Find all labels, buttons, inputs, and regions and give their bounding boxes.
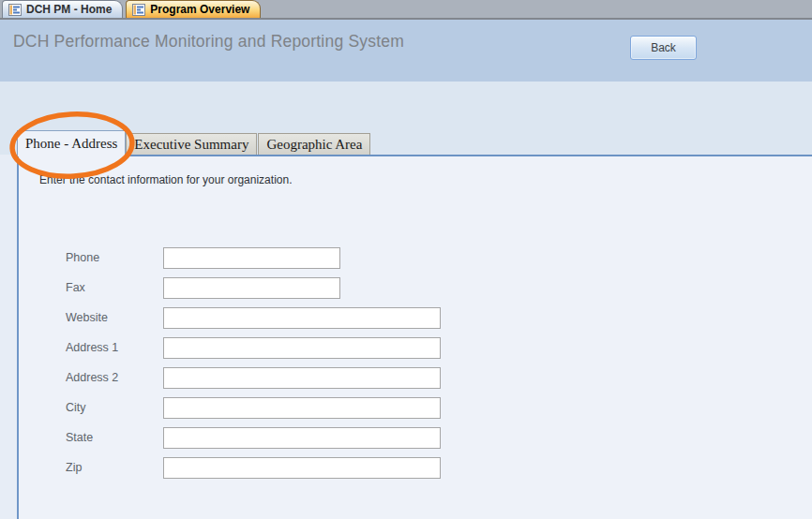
fax-label: Fax: [66, 277, 85, 299]
tab-executive-summary[interactable]: Executive Summary: [126, 133, 257, 155]
form-row-fax: Fax: [19, 277, 812, 299]
instruction-text: Enter the contact information for your o…: [39, 173, 292, 186]
document-tab-bar: DCH PM - Home Program Overview: [0, 0, 812, 18]
phone-label: Phone: [66, 247, 99, 269]
form-row-website: Website: [19, 307, 812, 329]
access-window: DCH PM - Home Program Overview DCH Perfo…: [0, 0, 812, 519]
form-row-state: State: [19, 427, 812, 449]
phone-input[interactable]: [163, 247, 340, 269]
form-row-zip: Zip: [19, 457, 812, 479]
form-row-phone: Phone: [19, 247, 812, 269]
doc-tab-label: Program Overview: [150, 3, 249, 16]
state-input[interactable]: [163, 427, 441, 449]
city-label: City: [66, 397, 86, 419]
left-margin-strip: [0, 155, 17, 519]
form-header: DCH Performance Monitoring and Reporting…: [0, 20, 812, 82]
form-icon: [8, 4, 22, 16]
form-row-address2: Address 2: [19, 367, 812, 389]
doc-tab-program-overview[interactable]: Program Overview: [126, 0, 261, 18]
website-label: Website: [66, 307, 108, 329]
fax-input[interactable]: [163, 277, 340, 299]
doc-tab-dch-pm-home[interactable]: DCH PM - Home: [2, 0, 123, 18]
tab-strip-band: Phone - Address Executive Summary Geogra…: [0, 82, 812, 155]
form-row-city: City: [19, 397, 812, 419]
sub-tab-strip: Phone - Address Executive Summary Geogra…: [17, 130, 371, 156]
address2-label: Address 2: [66, 367, 118, 389]
phone-address-page: Enter the contact information for your o…: [19, 155, 812, 519]
zip-input[interactable]: [163, 457, 441, 479]
doc-tab-label: DCH PM - Home: [26, 3, 112, 16]
state-label: State: [66, 427, 93, 449]
address1-label: Address 1: [66, 337, 118, 359]
form-row-address1: Address 1: [19, 337, 812, 359]
address1-input[interactable]: [163, 337, 441, 359]
city-input[interactable]: [163, 397, 441, 419]
tab-phone-address[interactable]: Phone - Address: [17, 130, 126, 156]
back-button[interactable]: Back: [630, 36, 697, 60]
address2-input[interactable]: [163, 367, 441, 389]
form-icon: [132, 4, 145, 16]
zip-label: Zip: [66, 457, 82, 479]
website-input[interactable]: [163, 307, 441, 329]
tab-page-container: Enter the contact information for your o…: [0, 155, 812, 519]
tab-geographic-area[interactable]: Geographic Area: [258, 133, 370, 155]
